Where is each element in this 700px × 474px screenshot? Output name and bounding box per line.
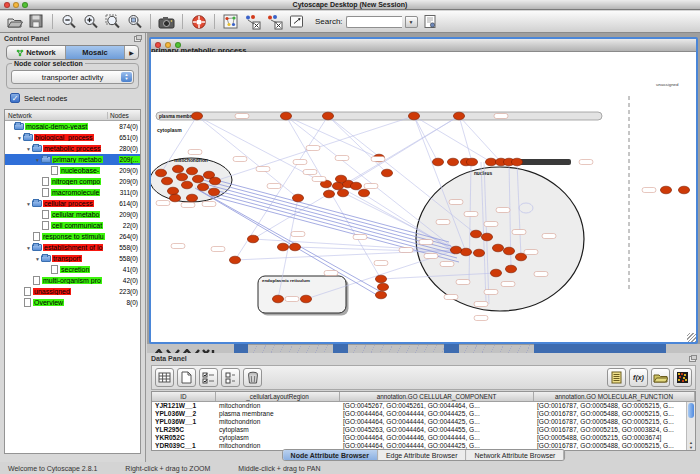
zoom-window-button[interactable] (22, 2, 28, 8)
background-window-thumbnail[interactable] (248, 344, 333, 353)
graph-node[interactable] (470, 230, 481, 238)
graph-node[interactable] (377, 283, 388, 291)
expand-arrow-icon[interactable]: ▼ (25, 201, 32, 207)
zoom-fit-icon[interactable] (103, 12, 122, 31)
graph-node[interactable] (678, 186, 689, 194)
table-column-header[interactable]: _cellularLayoutRegion (216, 392, 340, 401)
graph-node[interactable] (208, 188, 219, 196)
tab-edge-attribute-browser[interactable]: Edge Attribute Browser (378, 450, 467, 460)
graph-node[interactable] (167, 187, 178, 195)
graph-node[interactable] (490, 269, 501, 277)
graph-node[interactable] (375, 275, 386, 283)
tree-row[interactable]: ▼primary metabo209(... (5, 154, 140, 165)
zoom-selected-icon[interactable] (125, 12, 144, 31)
network-view-window[interactable]: primary metabolic process plasma membran… (149, 37, 698, 344)
close-window-button[interactable] (4, 2, 10, 8)
background-window-edge[interactable] (444, 344, 459, 353)
graph-node[interactable] (450, 246, 461, 254)
tab-network-attribute-browser[interactable]: Network Attribute Browser (466, 450, 564, 460)
unselect-attributes-icon[interactable] (221, 368, 240, 387)
graph-node[interactable] (323, 190, 334, 198)
graph-node[interactable] (358, 189, 369, 197)
graph-node[interactable] (492, 244, 503, 252)
table-column-header[interactable]: ID (152, 392, 216, 401)
background-window-thumbnail[interactable] (348, 344, 444, 353)
graph-node[interactable] (473, 249, 484, 257)
minimize-window-button[interactable] (13, 2, 19, 8)
table-row[interactable]: YPL036W__1mitochondrion[GO:0044464, GO:0… (152, 418, 695, 426)
zoom-in-icon[interactable] (81, 12, 100, 31)
open-session-icon[interactable] (5, 12, 24, 31)
tree-row[interactable]: unassigned223(0) (5, 286, 140, 297)
attribute-list-icon[interactable] (607, 368, 626, 387)
graph-node[interactable] (209, 177, 220, 185)
import-folder-icon[interactable] (651, 368, 670, 387)
node-color-dropdown[interactable]: transporter activity ▲▼ (11, 70, 134, 84)
graph-node[interactable] (460, 248, 471, 256)
graph-node[interactable] (350, 182, 361, 190)
network-canvas[interactable]: plasma membranecytoplasmmitochondrionnuc… (151, 52, 696, 342)
graph-node[interactable] (197, 183, 208, 191)
table-column-header[interactable]: annotation.GO CELLULAR_COMPONENT (340, 392, 534, 401)
graph-node[interactable] (289, 243, 300, 251)
table-grid-icon[interactable] (155, 368, 174, 387)
graph-node[interactable] (186, 194, 197, 202)
table-row[interactable]: YJR121W__1mitochondrion[GO:0045267, GO:0… (152, 402, 695, 410)
graph-node[interactable] (332, 182, 343, 190)
graph-node[interactable] (176, 173, 187, 181)
float-panel-icon[interactable] (689, 356, 696, 362)
zoom-out-icon[interactable] (59, 12, 78, 31)
expand-arrow-icon[interactable]: ▼ (34, 157, 41, 163)
expand-arrow-icon[interactable]: ▼ (34, 256, 41, 262)
zoom-network-window-button[interactable] (175, 42, 181, 48)
graph-node[interactable] (505, 265, 516, 273)
graph-node[interactable] (337, 189, 348, 197)
graph-node[interactable] (280, 112, 291, 120)
tree-row[interactable]: cellular metabo209(0) (5, 209, 140, 220)
tree-row[interactable]: ▼cellular process614(0) (5, 198, 140, 209)
close-network-window-button[interactable] (155, 42, 161, 48)
float-panel-icon[interactable] (134, 36, 141, 42)
matrix-icon[interactable] (673, 368, 692, 387)
help-icon[interactable] (189, 12, 208, 31)
background-window-edge[interactable] (234, 344, 248, 353)
background-window-thumbnail[interactable] (459, 344, 534, 353)
tree-row[interactable]: response to stimulu264(0) (5, 231, 140, 242)
tree-row[interactable]: multi-organism pro42(0) (5, 275, 140, 286)
graph-node[interactable] (375, 291, 386, 299)
tab-network[interactable]: Network (7, 46, 66, 59)
minimize-network-window-button[interactable] (165, 42, 171, 48)
tree-row[interactable]: Overview8(0) (5, 297, 140, 308)
new-attribute-icon[interactable] (177, 368, 196, 387)
graph-node[interactable] (660, 186, 671, 194)
graph-node[interactable] (381, 169, 392, 177)
graph-node[interactable] (408, 112, 419, 120)
tree-row[interactable]: nitrogen compo209(0) (5, 176, 140, 187)
tree-row[interactable]: ▼biological_process651(0) (5, 132, 140, 143)
graph-node[interactable] (169, 194, 180, 202)
graph-node[interactable] (322, 112, 333, 120)
graph-node[interactable] (155, 169, 166, 177)
tree-column-network[interactable]: Network (5, 112, 108, 119)
tab-mosaic[interactable]: Mosaic (66, 46, 125, 59)
graph-node[interactable] (186, 167, 197, 175)
graph-node[interactable] (503, 247, 514, 255)
graph-node[interactable] (277, 243, 288, 251)
vizmapper-icon[interactable] (221, 12, 240, 31)
graph-node[interactable] (300, 295, 311, 303)
graph-node[interactable] (335, 175, 346, 183)
table-row[interactable]: YKR052Ccytoplasm[GO:0044464, GO:0044446,… (152, 434, 695, 442)
expand-arrow-icon[interactable]: ▼ (25, 245, 32, 251)
save-session-icon[interactable] (27, 12, 46, 31)
graph-node[interactable] (172, 165, 183, 173)
layout-icon-1[interactable] (243, 12, 262, 31)
annotation-icon[interactable] (287, 12, 306, 31)
graph-node[interactable] (292, 194, 303, 202)
tree-row[interactable]: cell communicat22(0) (5, 220, 140, 231)
search-settings-icon[interactable] (421, 12, 440, 31)
trash-icon[interactable] (243, 368, 262, 387)
table-column-header[interactable]: annotation.GO MOLECULAR_FUNCTION (534, 392, 695, 401)
tree-column-nodes[interactable]: Nodes (108, 112, 140, 119)
layout-icon-2[interactable] (265, 12, 284, 31)
graph-node[interactable] (432, 158, 443, 166)
